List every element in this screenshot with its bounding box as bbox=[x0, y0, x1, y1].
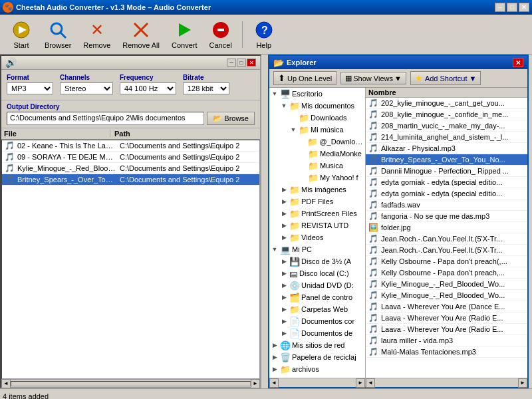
files-scrollbar[interactable]: ◄ ► bbox=[366, 378, 527, 387]
explorer-file-entry[interactable]: 🎵 Laava - Wherever You Are (Radio E... bbox=[366, 324, 527, 335]
tree-item[interactable]: ▶ 📁 Mis imágenes bbox=[269, 184, 365, 196]
tree-expander[interactable]: ▶ bbox=[279, 232, 289, 243]
explorer-file-entry[interactable]: 🎵 fadfads.wav bbox=[366, 200, 527, 211]
tree-item[interactable]: 📁 Musica bbox=[269, 160, 365, 172]
convert-button[interactable]: Convert bbox=[167, 17, 202, 51]
explorer-file-entry[interactable]: 🎵 Jean.Roch.-.Can.You.Feel.It.(5'X-Tr... bbox=[366, 245, 527, 256]
tree-item[interactable]: ▶ 💿 Unidad DVD (D: bbox=[269, 279, 365, 291]
explorer-file-entry[interactable]: 🎵 Kelly Osbourne - Papa don't preach(,..… bbox=[366, 256, 527, 267]
tree-expander[interactable] bbox=[297, 136, 308, 147]
show-views-button[interactable]: ▦ Show Views ▼ bbox=[340, 72, 406, 84]
explorer-file-entry[interactable]: 🎵 fangoria - No se que me das.mp3 bbox=[366, 211, 527, 222]
tree-expander[interactable]: ▶ bbox=[279, 256, 289, 267]
file-list-body[interactable]: 🎵 02 - Keane - This Is The Last Ti... C:… bbox=[1, 140, 260, 379]
tree-expander[interactable]: ▼ bbox=[288, 124, 299, 135]
tree-expander[interactable]: ▶ bbox=[279, 220, 289, 231]
format-select[interactable]: MP3 bbox=[7, 82, 53, 94]
tree-item[interactable]: ▼ 💻 Mi PC bbox=[269, 243, 365, 255]
tree-expander[interactable] bbox=[297, 160, 308, 171]
explorer-file-entry[interactable]: 🎵 edyta gorniak - edyta (special editio.… bbox=[366, 188, 527, 200]
tree-item[interactable]: 📁 Downloads bbox=[269, 112, 365, 124]
explorer-file-entry[interactable]: 🎵 laura miller - vida.mp3 bbox=[366, 335, 527, 346]
tree-item[interactable]: 📁 My Yahoo! f bbox=[269, 172, 365, 184]
tree-item[interactable]: ▶ 📁 PrintScreen Files bbox=[269, 207, 365, 219]
files-panel[interactable]: Nombre 🎵 202_kylie_minogue_-_cant_get_yo… bbox=[366, 88, 527, 378]
tree-expander[interactable]: ▶ bbox=[279, 292, 289, 303]
cancel-button[interactable]: Cancel bbox=[204, 17, 236, 51]
tree-expander[interactable]: ▶ bbox=[269, 340, 280, 350]
tree-item[interactable]: ▶ 📄 Documentos cor bbox=[269, 315, 365, 327]
scrollbar-track[interactable] bbox=[11, 381, 251, 386]
bitrate-select[interactable]: 128 kbit bbox=[183, 82, 229, 94]
tree-expander[interactable]: ▶ bbox=[279, 196, 289, 207]
explorer-file-entry[interactable]: 🎵 edyta gorniak - edyta (special editio.… bbox=[366, 177, 527, 188]
tree-item[interactable]: ▼ 📁 Mi música bbox=[269, 124, 365, 136]
tree-scroll-left[interactable]: ◄ bbox=[269, 378, 279, 388]
channels-select[interactable]: Stereo bbox=[60, 82, 113, 94]
tree-item[interactable]: ▶ 📄 Documentos de bbox=[269, 327, 365, 339]
tree-expander[interactable] bbox=[288, 112, 299, 123]
tree-item[interactable]: ▼ 📁 Mis documentos bbox=[269, 100, 365, 112]
explorer-file-entry[interactable]: 🎵 Alkazar - Physical.mp3 bbox=[366, 143, 527, 154]
tree-expander[interactable]: ▶ bbox=[279, 280, 289, 291]
start-button[interactable]: Start bbox=[5, 17, 37, 51]
tree-expander[interactable]: ▼ bbox=[269, 244, 280, 255]
browser-button[interactable]: Browser bbox=[40, 17, 76, 51]
help-button[interactable]: ? Help bbox=[248, 17, 280, 51]
explorer-file-entry[interactable]: 🎵 Dannii Minogue - Perfection_ Ripped ..… bbox=[366, 166, 527, 177]
explorer-file-entry[interactable]: 🎵 208_martin_vucic_-_make_my_day-... bbox=[366, 120, 527, 132]
remove-button[interactable]: ✕ Remove bbox=[78, 17, 115, 51]
file-list-row[interactable]: 🎵 09 - SORAYA - TE DEJE MAR... C:\Docume… bbox=[2, 152, 259, 163]
tree-expander[interactable]: ▶ bbox=[279, 208, 289, 219]
explorer-file-entry[interactable]: 🎵 Laava - Wherever You Are (Dance E... bbox=[366, 301, 527, 313]
tree-expander[interactable]: ▶ bbox=[279, 184, 289, 195]
explorer-file-entry[interactable]: 🎵 Kelly Osbourne - Papa don't preach,... bbox=[366, 267, 527, 279]
scroll-right-btn[interactable]: ► bbox=[251, 379, 260, 388]
explorer-file-entry[interactable]: 🎵 214_luminita_anghel_and_sistem_-_l... bbox=[366, 132, 527, 143]
explorer-file-entry[interactable]: 🎵 Kylie_Minogue_-_Red_Blooded_Wo... bbox=[366, 279, 527, 290]
tree-item[interactable]: ▶ 📁 Carpetas Web bbox=[269, 303, 365, 315]
tree-expander[interactable]: ▼ bbox=[279, 100, 289, 111]
tree-expander[interactable]: ▶ bbox=[269, 352, 280, 362]
tree-expander[interactable]: ▼ bbox=[269, 88, 280, 99]
tree-expander[interactable]: ▶ bbox=[279, 328, 289, 338]
tree-expander[interactable] bbox=[297, 148, 308, 159]
explorer-file-entry[interactable]: 🎵 Malú-Malas Tentaciones.mp3 bbox=[366, 346, 527, 358]
tree-expander[interactable]: ▶ bbox=[269, 364, 280, 374]
explorer-file-entry[interactable]: 🎵 Laava - Wherever You Are (Radio E... bbox=[366, 313, 527, 324]
up-one-level-button[interactable]: ⬆ Up One Level bbox=[273, 71, 336, 85]
panel-minimize-button[interactable]: ─ bbox=[227, 59, 236, 66]
explorer-file-entry[interactable]: 🎵 208_kylie_minogue_-_confide_in_me... bbox=[366, 109, 527, 120]
explorer-close-button[interactable]: ✕ bbox=[513, 58, 523, 67]
file-list-row[interactable]: 🎵 Britney_Spears_-_Over_To_Yo... C:\Docu… bbox=[2, 174, 259, 186]
tree-item[interactable]: ▶ 📁 archivos bbox=[269, 363, 365, 375]
panel-close-button[interactable]: ✕ bbox=[247, 59, 256, 66]
files-scroll-right[interactable]: ► bbox=[518, 378, 527, 388]
tree-expander[interactable]: ▶ bbox=[279, 316, 289, 327]
tree-item[interactable]: 📁 MediaMonke bbox=[269, 148, 365, 160]
tree-scrollbar[interactable]: ◄ ► bbox=[269, 378, 366, 387]
file-list-row[interactable]: 🎵 02 - Keane - This Is The Last Ti... C:… bbox=[2, 140, 259, 152]
tree-item[interactable]: 📁 @_Downloa... bbox=[269, 136, 365, 148]
explorer-file-entry[interactable]: 🎵 202_kylie_minogue_-_cant_get_you... bbox=[366, 98, 527, 109]
maximize-button[interactable]: □ bbox=[507, 3, 517, 12]
scroll-left-btn[interactable]: ◄ bbox=[1, 379, 11, 388]
explorer-file-entry[interactable]: 🖼️ folder.jpg bbox=[366, 222, 527, 233]
close-button[interactable]: ✕ bbox=[519, 3, 529, 12]
frequency-select[interactable]: 44 100 Hz bbox=[120, 82, 176, 94]
minimize-button[interactable]: ─ bbox=[495, 3, 505, 12]
tree-expander[interactable]: ▶ bbox=[279, 268, 289, 279]
tree-item[interactable]: ▶ 📁 PDF Files bbox=[269, 196, 365, 207]
files-scroll-left[interactable]: ◄ bbox=[366, 378, 375, 388]
tree-expander[interactable] bbox=[297, 172, 308, 183]
tree-scroll-right[interactable]: ► bbox=[356, 378, 365, 388]
explorer-file-entry[interactable]: 🎵 Britney_Spears_-_Over_To_You_No... bbox=[366, 154, 527, 166]
tree-item[interactable]: ▶ 🗑️ Papelera de reciclaj bbox=[269, 351, 365, 363]
panel-maximize-button[interactable]: □ bbox=[237, 59, 246, 66]
tree-item[interactable]: ▶ 📁 REVISTA UTD bbox=[269, 219, 365, 231]
remove-all-button[interactable]: Remove All bbox=[118, 17, 164, 51]
file-list-row[interactable]: 🎵 Kylie_Minogue_-_Red_Blooded... C:\Docu… bbox=[2, 163, 259, 174]
browse-button[interactable]: 📂 Browse bbox=[207, 112, 255, 125]
tree-item[interactable]: ▶ 🖴 Disco local (C:) bbox=[269, 267, 365, 279]
tree-item[interactable]: ▼ 🖥️ Escritorio bbox=[269, 88, 365, 100]
